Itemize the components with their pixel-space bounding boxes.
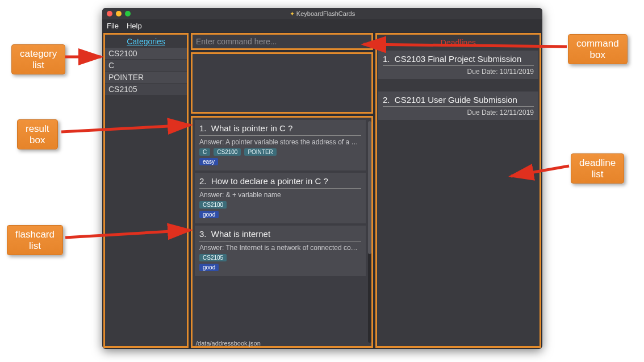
difficulty-badge: good bbox=[199, 264, 219, 271]
deadline-item[interactable]: 1. CS2103 Final Project Submission Due D… bbox=[378, 51, 538, 79]
tag: CS2105 bbox=[199, 254, 227, 261]
category-item[interactable]: POINTER bbox=[105, 72, 187, 83]
due-date: Due Date: 10/11/2019 bbox=[383, 66, 534, 76]
scrollbar[interactable] bbox=[368, 121, 371, 343]
callout-category-list: categorylist bbox=[11, 44, 65, 74]
deadline-item[interactable]: 2. CS2101 User Guide Submission Due Date… bbox=[378, 91, 538, 120]
window-title: ✦KeyboardFlashCards bbox=[102, 10, 542, 18]
middle-column: 1. What is pointer in C ? Answer: A poin… bbox=[190, 32, 374, 349]
flashcard-item[interactable]: 1. What is pointer in C ? Answer: A poin… bbox=[195, 120, 366, 170]
result-box bbox=[191, 52, 373, 114]
app-window: ✦KeyboardFlashCards File Help Categories… bbox=[102, 8, 542, 349]
tag: CS2100 bbox=[199, 201, 227, 209]
status-bar: ./data/addressbook.json bbox=[192, 339, 263, 349]
category-title: Categories bbox=[105, 35, 187, 47]
command-input[interactable] bbox=[193, 37, 371, 46]
menu-file[interactable]: File bbox=[107, 22, 119, 30]
flashcard-answer: Answer: The Internet is a network of con… bbox=[199, 242, 361, 254]
command-box bbox=[191, 33, 373, 50]
callout-result-box: resultbox bbox=[17, 119, 58, 149]
deadline-title: Deadlines bbox=[378, 36, 538, 51]
tag: C bbox=[199, 148, 210, 156]
flashcard-list: 1. What is pointer in C ? Answer: A poin… bbox=[191, 116, 373, 348]
flashcard-item[interactable]: 3. What is internet Answer: The Internet… bbox=[195, 226, 366, 276]
difficulty-badge: good bbox=[199, 211, 219, 218]
category-item[interactable]: C bbox=[105, 60, 187, 71]
flashcard-item[interactable]: 2. How to declare a pointer in C ? Answe… bbox=[195, 173, 366, 223]
tag: CS2100 bbox=[214, 148, 241, 156]
due-date: Due Date: 12/11/2019 bbox=[383, 107, 534, 116]
app-icon: ✦ bbox=[290, 10, 295, 17]
client-area: Categories CS2100 C POINTER CS2105 1. Wh… bbox=[102, 32, 542, 349]
category-list: Categories CS2100 C POINTER CS2105 bbox=[103, 33, 189, 348]
callout-flashcard-list: flashcardlist bbox=[7, 225, 63, 255]
flashcard-answer: Answer: & + variable name bbox=[199, 189, 361, 201]
category-item[interactable]: CS2105 bbox=[105, 84, 187, 95]
callout-deadline-list: deadlinelist bbox=[571, 153, 624, 184]
menu-bar: File Help bbox=[102, 19, 542, 32]
callout-command-box: commandbox bbox=[568, 34, 628, 64]
category-item[interactable]: CS2100 bbox=[105, 48, 187, 59]
titlebar: ✦KeyboardFlashCards bbox=[102, 8, 542, 19]
menu-help[interactable]: Help bbox=[127, 22, 142, 30]
deadline-list: Deadlines 1. CS2103 Final Project Submis… bbox=[375, 33, 541, 348]
flashcard-answer: Answer: A pointer variable stores the ad… bbox=[199, 136, 361, 148]
difficulty-badge: easy bbox=[199, 158, 218, 165]
tag: POINTER bbox=[244, 148, 276, 156]
